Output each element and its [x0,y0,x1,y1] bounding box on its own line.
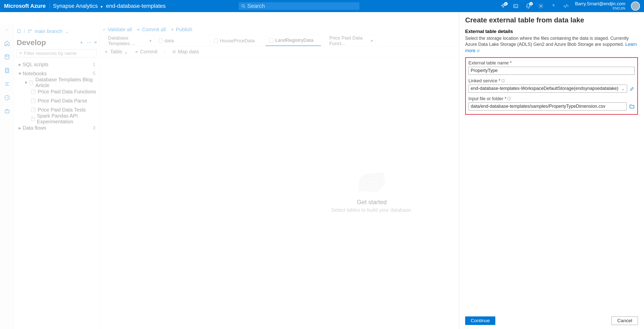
publish-button[interactable]: Publish [170,27,192,32]
input-file-label: Input file or folder *i [468,96,635,101]
tree-data-flows[interactable]: ▸ Data flows 3 [17,123,97,132]
chevron-right-icon: ▸ [99,4,104,9]
info-icon[interactable]: i [507,97,511,100]
user-tenant: ENDJIN [575,7,625,10]
svg-point-3 [540,5,542,7]
input-file-input[interactable] [468,102,627,111]
tab-price-paid-functions[interactable]: Price Paid Data Funct... [321,35,376,46]
user-menu[interactable]: Barry.Smart@endjin.com ENDJIN [575,2,625,10]
continue-button[interactable]: Continue [465,316,495,325]
tree-notebook-item[interactable]: Spark Pandas API Experimentation [17,114,97,123]
filter-input[interactable]: Filter resources by name [17,49,97,57]
cmd-label: Validate all [108,27,132,32]
tab-label: data [165,38,174,44]
tab-label: Database Templates ... [108,35,147,46]
tree-label: Price Paid Data Tests [38,107,86,113]
tab-data[interactable]: data [155,35,210,46]
cmd-label: Map data [178,49,199,55]
linked-service-label: Linked service *i [468,78,635,84]
tab-landregistrydata[interactable]: LandRegistryData [266,35,321,46]
notifications-icon[interactable]: 1 [525,3,532,10]
create-external-table-panel: Create external table from data lake Ext… [459,12,644,329]
edit-icon[interactable] [630,86,635,91]
tree-sql-scripts[interactable]: ▸ SQL scripts 1 [17,60,97,69]
database-icon [269,38,273,43]
map-data-button[interactable]: Map data [172,49,199,55]
data-hub-icon[interactable] [3,53,11,61]
chevron-down-icon: ⌄ [621,86,625,91]
commit-button[interactable]: Commit [135,49,157,55]
svg-rect-5 [5,68,9,73]
home-icon[interactable] [3,39,11,47]
workspace-icon[interactable] [17,29,21,33]
external-table-name-input[interactable] [468,67,635,75]
validate-all-button[interactable]: Validate all [102,27,132,32]
develop-icon[interactable] [3,66,11,75]
tab-housepricedata[interactable]: HousePriceData [210,35,266,46]
notebook-icon [31,89,35,94]
tree-notebook-item[interactable]: Price Paid Data Parse [17,96,97,105]
empty-state-icon [359,173,384,191]
commit-all-button[interactable]: Commit all [136,27,166,32]
rail-collapse-icon[interactable]: » [3,26,11,34]
svg-rect-2 [514,5,518,8]
info-icon[interactable]: i [501,79,505,83]
panel-title: Create external table from data lake [465,16,638,24]
breadcrumb-workspace[interactable]: end-database-templates [106,3,166,9]
feedback-icon[interactable] [562,3,570,10]
select-value: end-database-templates-WorkspaceDefaultS… [471,86,618,91]
nav-rail: » [0,24,14,329]
notifications-badge: 1 [529,2,533,6]
integrate-icon[interactable] [3,80,11,88]
svg-point-13 [138,29,139,30]
filter-placeholder: Filter resources by name [24,51,76,56]
settings-icon[interactable] [537,3,544,10]
tree-notebook-item[interactable]: Database Templates Blog Article [17,78,97,87]
separator: / [24,28,25,34]
dirty-dot-icon [150,40,151,42]
branch-name[interactable]: main branch [35,28,62,34]
cloud-shell-icon[interactable] [512,3,519,10]
svg-rect-9 [17,30,20,33]
tab-label: Price Paid Data Funct... [329,35,369,46]
add-resource-icon[interactable]: ＋ [79,40,84,46]
empty-state-title: Get started [357,199,387,206]
chevron-right-icon: ▸ [18,61,22,67]
svg-point-14 [136,51,137,52]
manage-icon[interactable] [3,107,11,115]
add-table-button[interactable]: ＋ Table ⌄ [104,48,128,55]
avatar[interactable] [631,2,640,11]
monitor-icon[interactable] [3,94,11,102]
browse-folder-icon[interactable] [629,104,635,109]
tree-notebook-item[interactable]: Price Paid Data Functions [17,87,97,96]
tab-database-templates[interactable]: Database Templates ... [100,35,155,46]
tree-label: Spark Pandas API Experimentation [37,113,97,125]
chevron-right-icon: ▸ [18,125,22,131]
brand-label[interactable]: Microsoft Azure [4,3,50,9]
global-search[interactable]: Search [239,2,359,10]
azure-top-bar: Microsoft Azure Synapse Analytics ▸ end-… [0,0,644,12]
notebook-icon [29,80,33,85]
collapse-panel-icon[interactable]: « [94,40,97,46]
copilot-icon[interactable]: 1 [500,3,507,10]
tree-label: Notebooks [23,71,47,77]
panel-section-desc: Select the storage location where the fi… [465,35,638,54]
tree-label: Data flows [23,125,46,131]
breadcrumb-service[interactable]: Synapse Analytics [53,3,98,9]
svg-point-4 [5,55,9,56]
chevron-down-icon[interactable]: ⌄ [65,28,69,34]
develop-heading: Develop ＋ ⋯ « [17,38,97,47]
linked-service-select[interactable]: end-database-templates-WorkspaceDefaultS… [468,85,627,93]
search-placeholder: Search [247,3,265,9]
cmd-label: Table [110,49,122,55]
tree-count: 1 [93,62,97,67]
panel-footer: Continue Cancel [465,313,638,325]
more-icon[interactable]: ⋯ [87,40,91,46]
help-icon[interactable] [550,3,557,10]
tree-label: SQL scripts [23,62,49,67]
branch-icon[interactable] [28,29,32,33]
cmd-label: Publish [176,27,192,32]
search-icon [241,4,245,8]
svg-point-12 [31,30,31,30]
cancel-button[interactable]: Cancel [612,316,638,325]
